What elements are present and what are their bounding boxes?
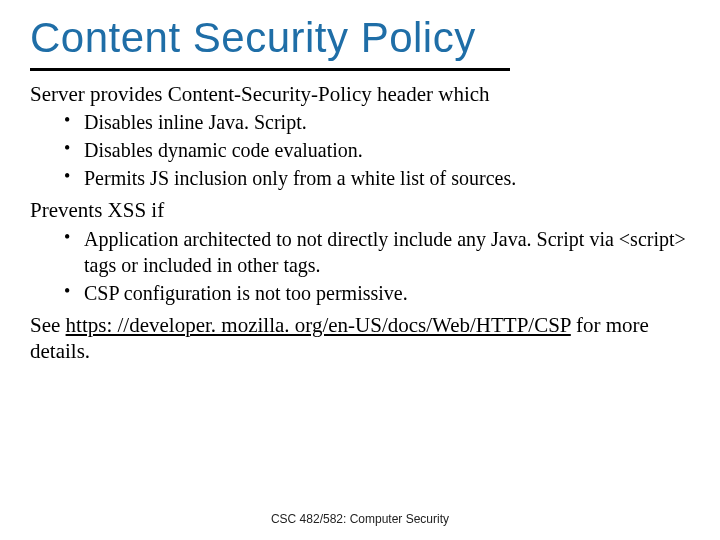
list-item: Permits JS inclusion only from a white l… bbox=[30, 165, 690, 191]
list-item: Disables inline Java. Script. bbox=[30, 109, 690, 135]
section1-list: Disables inline Java. Script. Disables d… bbox=[30, 109, 690, 191]
list-item: Disables dynamic code evaluation. bbox=[30, 137, 690, 163]
section1-lead: Server provides Content-Security-Policy … bbox=[30, 81, 690, 107]
list-item: Application architected to not directly … bbox=[30, 226, 690, 278]
see-prefix: See bbox=[30, 313, 66, 337]
slide-title: Content Security Policy bbox=[30, 14, 690, 62]
see-more: See https: //developer. mozilla. org/en-… bbox=[30, 312, 690, 365]
section2-list: Application architected to not directly … bbox=[30, 226, 690, 306]
list-item: CSP configuration is not too permissive. bbox=[30, 280, 690, 306]
csp-docs-link[interactable]: https: //developer. mozilla. org/en-US/d… bbox=[66, 313, 571, 337]
slide-footer: CSC 482/582: Computer Security bbox=[0, 512, 720, 526]
slide: Content Security Policy Server provides … bbox=[0, 0, 720, 540]
section2-lead: Prevents XSS if bbox=[30, 197, 690, 223]
title-underline bbox=[30, 68, 510, 71]
